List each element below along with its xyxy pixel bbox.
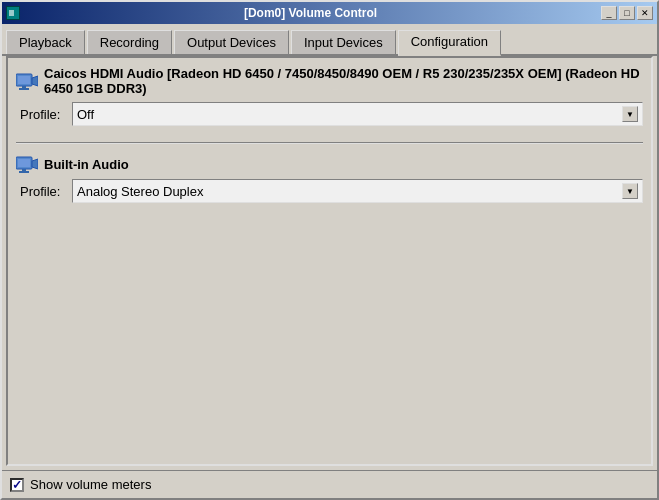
tab-input-devices-label: Input Devices — [304, 35, 383, 50]
close-button[interactable]: ✕ — [637, 6, 653, 20]
hdmi-device-icon — [16, 72, 38, 90]
hdmi-profile-label: Profile: — [20, 107, 72, 122]
hdmi-profile-dropdown[interactable]: Off ▼ — [72, 102, 643, 126]
tabs-container: Playback Recording Output Devices Input … — [2, 24, 657, 56]
device-header-hdmi: Caicos HDMI Audio [Radeon HD 6450 / 7450… — [16, 66, 643, 96]
content-area: Caicos HDMI Audio [Radeon HD 6450 / 7450… — [6, 56, 653, 466]
tab-recording-label: Recording — [100, 35, 159, 50]
device-header-builtin: Built-in Audio — [16, 155, 643, 173]
svg-rect-8 — [18, 159, 30, 167]
minimize-button[interactable]: _ — [601, 6, 617, 20]
window-icon — [6, 6, 20, 20]
builtin-profile-label: Profile: — [20, 184, 72, 199]
builtin-profile-row: Profile: Analog Stereo Duplex ▼ — [16, 179, 643, 203]
tab-output-devices[interactable]: Output Devices — [174, 30, 289, 54]
svg-rect-5 — [22, 86, 26, 88]
show-volume-meters-container[interactable]: ✓ Show volume meters — [10, 477, 151, 492]
title-bar: [Dom0] Volume Control _ □ ✕ — [2, 2, 657, 24]
tab-configuration-label: Configuration — [411, 34, 488, 49]
tab-configuration[interactable]: Configuration — [398, 30, 501, 56]
svg-rect-11 — [19, 171, 29, 173]
window-title: [Dom0] Volume Control — [20, 6, 601, 20]
show-volume-meters-checkbox[interactable]: ✓ — [10, 478, 24, 492]
title-bar-buttons: _ □ ✕ — [601, 6, 653, 20]
svg-rect-6 — [19, 88, 29, 90]
builtin-device-name: Built-in Audio — [44, 157, 129, 172]
hdmi-profile-row: Profile: Off ▼ — [16, 102, 643, 126]
separator-1 — [16, 142, 643, 143]
device-section-hdmi: Caicos HDMI Audio [Radeon HD 6450 / 7450… — [16, 66, 643, 126]
svg-rect-3 — [18, 76, 30, 84]
svg-rect-10 — [22, 169, 26, 171]
hdmi-dropdown-arrow[interactable]: ▼ — [622, 106, 638, 122]
maximize-button[interactable]: □ — [619, 6, 635, 20]
tab-input-devices[interactable]: Input Devices — [291, 30, 396, 54]
tab-playback[interactable]: Playback — [6, 30, 85, 54]
window: [Dom0] Volume Control _ □ ✕ Playback Rec… — [0, 0, 659, 500]
svg-marker-4 — [32, 76, 38, 86]
builtin-device-icon — [16, 155, 38, 173]
svg-rect-1 — [9, 10, 14, 16]
hdmi-device-name: Caicos HDMI Audio [Radeon HD 6450 / 7450… — [44, 66, 643, 96]
tab-recording[interactable]: Recording — [87, 30, 172, 54]
device-section-builtin: Built-in Audio Profile: Analog Stereo Du… — [16, 155, 643, 203]
tab-playback-label: Playback — [19, 35, 72, 50]
show-volume-meters-label: Show volume meters — [30, 477, 151, 492]
checkbox-check-icon: ✓ — [12, 480, 22, 490]
bottom-bar: ✓ Show volume meters — [2, 470, 657, 498]
hdmi-profile-value: Off — [77, 107, 94, 122]
builtin-profile-dropdown[interactable]: Analog Stereo Duplex ▼ — [72, 179, 643, 203]
tab-output-devices-label: Output Devices — [187, 35, 276, 50]
builtin-dropdown-arrow[interactable]: ▼ — [622, 183, 638, 199]
builtin-profile-value: Analog Stereo Duplex — [77, 184, 203, 199]
svg-marker-9 — [32, 159, 38, 169]
